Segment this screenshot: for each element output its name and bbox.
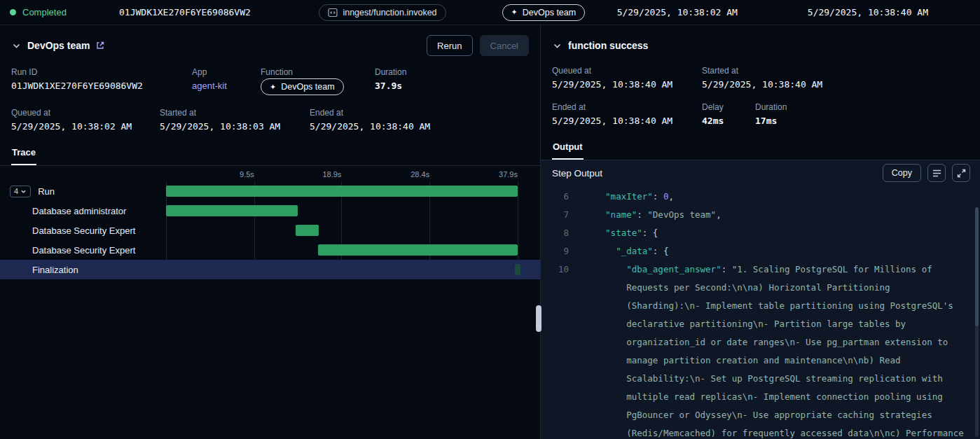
app-link[interactable]: agent-kit (192, 81, 261, 91)
step-info-row-1: Queued at 5/29/2025, 10:38:40 AM Started… (541, 66, 980, 90)
function-badge[interactable]: ✦ DevOps team (261, 78, 344, 95)
output-title: Step Output (552, 168, 602, 179)
trace-row[interactable]: Finalization (0, 260, 540, 279)
trace-row[interactable]: 4Run (0, 181, 540, 201)
output-section: Step Output Copy 6"maxIter": 0,7"name": … (541, 160, 980, 439)
copy-button[interactable]: Copy (883, 164, 921, 182)
wrap-lines-icon[interactable] (927, 164, 946, 182)
trace-row-label: Database Security Expert (0, 221, 166, 240)
topbar-start-time: 5/29/2025, 10:38:02 AM (617, 7, 738, 18)
chevron-down-icon (20, 188, 27, 195)
expand-count-toggle[interactable]: 4 (10, 186, 31, 197)
field-duration: Duration 37.9s (375, 67, 529, 95)
code-icon (328, 8, 338, 18)
topbar-times: 5/29/2025, 10:38:02 AM 5/29/2025, 10:38:… (617, 7, 970, 18)
field-started-at: Started at 5/29/2025, 10:38:03 AM (160, 108, 310, 132)
trace-tick-label: 18.9s (322, 170, 341, 179)
field-delay: Delay 42ms (702, 102, 755, 126)
field-function: Function ✦ DevOps team (261, 67, 375, 95)
sparkles-icon: ✦ (270, 83, 276, 91)
field-duration: Duration 17ms (755, 102, 969, 126)
scrollbar-thumb[interactable] (975, 207, 979, 326)
step-title: function success (568, 40, 648, 51)
trace-row[interactable]: Database Security Expert (0, 240, 540, 260)
topbar-end-time: 5/29/2025, 10:38:40 AM (808, 7, 928, 18)
scrollbar[interactable] (975, 207, 979, 437)
child-count: 4 (14, 187, 18, 195)
expand-icon[interactable] (952, 164, 970, 182)
panel-resize-handle[interactable] (536, 305, 541, 332)
sparkles-icon: ✦ (511, 8, 518, 16)
cancel-button[interactable]: Cancel (480, 35, 529, 56)
trace-tick-label: 9.5s (240, 170, 254, 179)
run-tabbar: Trace (0, 139, 540, 166)
run-panel: DevOps team Rerun Cancel Run ID 01JWDK1X… (0, 25, 541, 439)
trace-row-label: Database administrator (0, 201, 166, 221)
trace-axis: 9.5s18.9s28.4s37.9s (166, 170, 518, 181)
code-line: 10"dba_agent_answer": "1. Scaling Postgr… (541, 260, 980, 439)
trace-row[interactable]: Database administrator (0, 201, 540, 221)
external-link-icon[interactable] (95, 41, 105, 50)
chevron-down-icon[interactable] (11, 41, 22, 51)
step-info-row-2: Ended at 5/29/2025, 10:38:40 AM Delay 42… (541, 102, 980, 126)
rerun-button[interactable]: Rerun (427, 35, 472, 56)
run-info-row-2: Queued at 5/29/2025, 10:38:02 AM Started… (0, 108, 540, 132)
status-label: Completed (22, 7, 67, 18)
chevron-down-icon[interactable] (552, 41, 563, 51)
code-content: "dba_agent_answer": "1. Scaling PostgreS… (584, 260, 980, 439)
trace-span-bar (166, 205, 298, 216)
field-started-at: Started at 5/29/2025, 10:38:40 AM (702, 66, 969, 90)
status-dot-icon (10, 9, 16, 15)
step-tabbar: Output (541, 133, 980, 160)
trace-tick-label: 28.4s (410, 170, 429, 179)
code-content: "_data": { (584, 242, 980, 260)
field-queued-at: Queued at 5/29/2025, 10:38:02 AM (11, 108, 160, 132)
code-content: "name": "DevOps team", (584, 206, 980, 224)
trace-row-timeline (166, 240, 518, 260)
field-run-id: Run ID 01JWDK1XE270F6YE69086VW2 (11, 67, 192, 95)
run-actions: Rerun Cancel (427, 35, 529, 56)
code-content: "state": { (584, 224, 980, 242)
code-viewer[interactable]: 6"maxIter": 0,7"name": "DevOps team",8"s… (541, 186, 980, 439)
run-status: Completed (10, 7, 119, 18)
topbar: Completed 01JWDK1XE270F6YE69086VW2 innge… (0, 0, 980, 25)
trace-span-bar (515, 264, 520, 275)
function-badge[interactable]: ✦ DevOps team (502, 4, 586, 21)
output-actions: Copy (883, 164, 970, 182)
code-line: 8"state": { (541, 224, 980, 242)
run-info-row-1: Run ID 01JWDK1XE270F6YE69086VW2 App agen… (0, 67, 540, 95)
field-queued-at: Queued at 5/29/2025, 10:38:40 AM (552, 66, 702, 90)
topbar-run-id: 01JWDK1XE270F6YE69086VW2 (119, 7, 287, 18)
line-number: 8 (541, 224, 569, 242)
trace-view: 9.5s18.9s28.4s37.9s 4RunDatabase adminis… (0, 166, 540, 439)
field-ended-at: Ended at 5/29/2025, 10:38:40 AM (552, 102, 702, 126)
trace-row-label: Finalization (0, 260, 166, 279)
code-line: 9"_data": { (541, 242, 980, 260)
trace-row-timeline (166, 221, 518, 240)
tab-trace[interactable]: Trace (11, 146, 36, 165)
output-header: Step Output Copy (541, 160, 980, 186)
code-line: 7"name": "DevOps team", (541, 206, 980, 224)
field-ended-at: Ended at 5/29/2025, 10:38:40 AM (310, 108, 529, 132)
trace-tick-label: 37.9s (499, 170, 518, 179)
line-number: 9 (541, 242, 569, 260)
step-panel-header: function success (541, 25, 980, 56)
event-badge[interactable]: inngest/function.invoked (319, 4, 446, 21)
trace-row[interactable]: Database Security Expert (0, 221, 540, 240)
step-panel: function success Queued at 5/29/2025, 10… (541, 25, 980, 439)
trace-row-label: 4Run (0, 181, 166, 201)
trace-rows: 4RunDatabase administratorDatabase Secur… (0, 181, 540, 279)
code-content: "maxIter": 0, (584, 188, 980, 206)
trace-row-timeline (166, 260, 518, 279)
topbar-badges: inngest/function.invoked ✦ DevOps team (287, 4, 617, 21)
trace-span-bar (296, 225, 319, 236)
line-number: 10 (541, 260, 569, 439)
tab-output[interactable]: Output (552, 140, 584, 160)
function-badge-label: DevOps team (523, 8, 576, 18)
trace-span-bar (166, 186, 518, 197)
run-title: DevOps team (27, 40, 90, 51)
run-panel-header: DevOps team Rerun Cancel (0, 25, 540, 56)
trace-row-label: Database Security Expert (0, 240, 166, 260)
panels: DevOps team Rerun Cancel Run ID 01JWDK1X… (0, 25, 980, 439)
line-number: 6 (541, 188, 569, 206)
